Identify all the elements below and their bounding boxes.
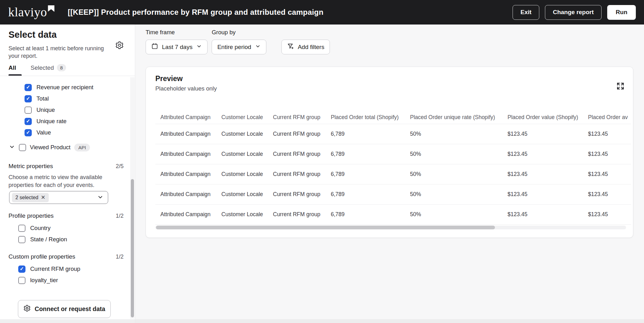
section-count: 1/2 (116, 213, 124, 219)
chevron-down-icon (196, 43, 202, 51)
table-cell: Customer Locale (216, 151, 268, 157)
group-by-dropdown[interactable]: Entire period (212, 40, 266, 54)
table-cell: 6,789 (326, 191, 405, 198)
checkbox-state-region[interactable] (18, 236, 25, 243)
list-item-label: Unique (36, 107, 55, 113)
checkbox-unique[interactable] (25, 107, 32, 114)
report-title: [[KEEP]] Product performance by RFM grou… (68, 8, 323, 17)
table-cell: $123.45 (583, 171, 631, 178)
preview-card: Preview Placeholder values only Attribut… (146, 67, 633, 238)
time-frame-label: Time frame (146, 29, 208, 36)
list-item[interactable]: Current RFM group (0, 263, 126, 275)
checkbox-country[interactable] (18, 225, 25, 232)
list-item[interactable]: Total (0, 93, 126, 104)
column-header: Attributed Campaign (155, 114, 216, 121)
gear-icon (115, 41, 124, 51)
time-frame-value: Last 7 days (162, 44, 192, 51)
profile-properties-list: Country State / Region (0, 222, 126, 245)
list-item[interactable]: Unique rate (0, 116, 126, 127)
table-cell: $123.45 (502, 151, 583, 157)
table-horizontal-scrollbar-thumb[interactable] (156, 226, 495, 229)
checkbox-unique-rate[interactable] (25, 118, 32, 125)
list-item-label: Unique rate (36, 118, 67, 125)
checkbox-loyalty-tier[interactable] (18, 277, 25, 284)
gear-icon (23, 304, 31, 314)
table-cell: Customer Locale (216, 211, 268, 218)
table-cell: Current RFM group (268, 191, 326, 198)
table-cell: Current RFM group (268, 151, 326, 157)
checkbox-viewed-product[interactable] (19, 144, 26, 151)
chevron-down-icon (255, 43, 261, 51)
section-count: 1/2 (116, 254, 124, 260)
tab-selected[interactable]: Selected 8 (31, 64, 66, 71)
checkbox-value[interactable] (25, 129, 32, 136)
table-cell: 6,789 (326, 171, 405, 178)
connect-button-label: Connect or request data (35, 305, 105, 313)
table-row: Attributed Campaign Customer Locale Curr… (155, 124, 631, 144)
add-filters-button[interactable]: Add filters (281, 40, 330, 54)
expand-icon (616, 82, 625, 91)
list-item[interactable]: Revenue per recipient (0, 82, 126, 93)
list-item-label: Revenue per recipient (36, 84, 93, 91)
list-item[interactable]: loyalty_tier (0, 275, 126, 286)
exit-button[interactable]: Exit (513, 5, 539, 20)
preview-subtitle: Placeholder values only (155, 85, 217, 92)
tabs-divider (0, 76, 135, 76)
list-item[interactable]: Country (0, 222, 126, 234)
list-item-label: State / Region (30, 236, 67, 243)
metric-properties-select[interactable]: 2 selected ✕ (9, 191, 108, 204)
sidebar-settings-button[interactable] (115, 41, 124, 50)
chevron-down-icon[interactable] (9, 144, 15, 151)
list-item-label: loyalty_tier (30, 277, 58, 284)
custom-profile-properties-list: Current RFM group loyalty_tier (0, 263, 126, 286)
viewed-product-row[interactable]: Viewed Product API (0, 141, 126, 153)
column-header: Current RFM group (268, 114, 326, 121)
list-item[interactable]: State / Region (0, 234, 126, 245)
chevron-down-icon (97, 194, 103, 201)
table-cell: $123.45 (502, 131, 583, 137)
section-title: Metric properties (8, 163, 53, 170)
table-cell: 50% (405, 131, 502, 137)
checkbox-total[interactable] (25, 95, 32, 102)
table-row: Attributed Campaign Customer Locale Curr… (155, 205, 631, 225)
table-cell: 6,789 (326, 211, 405, 218)
column-header: Placed Order value (Shopify) (502, 114, 583, 121)
tab-all[interactable]: All (8, 64, 16, 71)
checkbox-revenue-per-recipient[interactable] (25, 84, 32, 91)
change-report-button[interactable]: Change report (545, 5, 602, 20)
checkbox-current-rfm-group[interactable] (18, 266, 25, 273)
klaviyo-logo: klaviyo (8, 6, 54, 19)
selected-chip-label: 2 selected (15, 195, 38, 200)
column-header: Placed Order unique rate (Shopify) (405, 114, 502, 121)
time-frame-dropdown[interactable]: Last 7 days (146, 40, 208, 54)
table-cell: $123.45 (502, 171, 583, 178)
list-item[interactable]: Value (0, 127, 126, 138)
connect-or-request-data-button[interactable]: Connect or request data (18, 300, 111, 318)
table-row: Attributed Campaign Customer Locale Curr… (155, 164, 631, 184)
klaviyo-wordmark: klaviyo (8, 6, 47, 19)
tab-selected-label: Selected (31, 64, 54, 71)
list-item[interactable]: Unique (0, 104, 126, 116)
run-button[interactable]: Run (607, 5, 636, 20)
selected-count-badge: 8 (57, 64, 66, 71)
section-count: 2/5 (116, 163, 124, 170)
group-by-label: Group by (212, 29, 266, 36)
table-cell: Customer Locale (216, 171, 268, 178)
expand-preview-button[interactable] (615, 81, 625, 91)
sidebar-scrollbar-thumb[interactable] (131, 179, 134, 317)
list-item-label: Total (36, 95, 49, 102)
table-cell: Attributed Campaign (155, 131, 216, 137)
table-cell: 50% (405, 151, 502, 157)
table-cell: $123.45 (583, 211, 631, 218)
report-controls: Time frame Last 7 days (146, 29, 330, 54)
klaviyo-flag-icon (48, 5, 54, 12)
table-horizontal-scrollbar-track[interactable] (155, 226, 626, 229)
viewport-bottom-edge (0, 319, 644, 323)
selected-chip: 2 selected ✕ (12, 193, 49, 202)
remove-chip-icon[interactable]: ✕ (41, 195, 45, 200)
table-cell: $123.45 (502, 191, 583, 198)
table-cell: 50% (405, 171, 502, 178)
table-cell: 6,789 (326, 131, 405, 137)
preview-table: Attributed Campaign Customer Locale Curr… (155, 111, 631, 225)
custom-profile-properties-header: Custom profile properties 1/2 (8, 253, 124, 260)
